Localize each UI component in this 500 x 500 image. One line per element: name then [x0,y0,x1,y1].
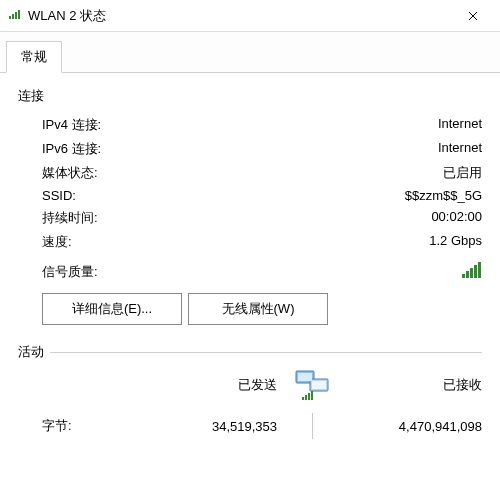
activity-bytes-row: 字节: 34,519,353 4,470,941,098 [18,407,482,443]
wireless-properties-button[interactable]: 无线属性(W) [188,293,328,325]
row-media: 媒体状态:已启用 [42,161,482,185]
panel-general: 连接 IPv4 连接:Internet IPv6 连接:Internet 媒体状… [0,73,500,453]
row-ssid: SSID:$$zzm$$_5G [42,185,482,206]
tabstrip: 常规 [0,32,500,73]
titlebar: WLAN 2 状态 [0,0,500,32]
row-speed: 速度:1.2 Gbps [42,230,482,254]
row-duration: 持续时间:00:02:00 [42,206,482,230]
svg-rect-11 [311,391,313,400]
section-activity-label: 活动 [18,343,44,361]
button-row: 详细信息(E)... 无线属性(W) [18,291,482,339]
svg-rect-10 [308,393,310,400]
svg-rect-1 [12,14,14,19]
svg-rect-7 [312,381,326,389]
sent-label: 已发送 [142,376,277,394]
signal-label: 信号质量: [42,263,98,281]
row-signal: 信号质量: [18,258,482,291]
details-button[interactable]: 详细信息(E)... [42,293,182,325]
divider [50,352,482,353]
received-label: 已接收 [347,376,482,394]
section-activity-header: 活动 [18,343,482,361]
row-ipv6: IPv6 连接:Internet [42,137,482,161]
signal-bars-icon [462,262,482,281]
svg-rect-3 [18,10,20,19]
connection-rows: IPv4 连接:Internet IPv6 连接:Internet 媒体状态:已… [18,109,482,258]
section-connection-label: 连接 [18,88,44,103]
tab-general[interactable]: 常规 [6,41,62,73]
row-ipv4: IPv4 连接:Internet [42,113,482,137]
network-activity-icon [277,367,347,403]
sent-bytes: 34,519,353 [142,419,277,434]
svg-rect-0 [9,16,11,19]
activity-header-row: 已发送 已接收 [18,361,482,407]
close-button[interactable] [450,0,496,32]
bytes-label: 字节: [42,417,142,435]
svg-rect-9 [305,395,307,400]
svg-rect-8 [302,397,304,400]
received-bytes: 4,470,941,098 [347,419,482,434]
window-title: WLAN 2 状态 [28,7,450,25]
svg-rect-2 [15,12,17,19]
wifi-icon [8,7,22,25]
separator [312,413,313,439]
section-connection-header: 连接 [18,87,482,105]
svg-rect-6 [298,373,312,381]
